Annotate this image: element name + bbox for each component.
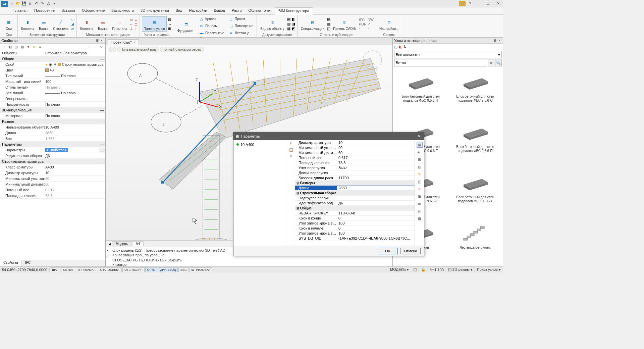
search-input[interactable] xyxy=(394,59,487,66)
extra-icon[interactable]: ▱ xyxy=(71,27,74,31)
open-icon[interactable]: 📂 xyxy=(15,1,21,6)
dialog-titlebar[interactable]: ▦Параметры ✕ xyxy=(233,132,424,140)
tool-icon[interactable]: ◫ xyxy=(13,44,19,50)
tab-prev-icon[interactable]: ◄ xyxy=(108,242,111,246)
dialog-prop-row[interactable]: SYS_DB_UID{1AF7E392-C1D4-4BA6-9850-1CF6B… xyxy=(295,236,415,241)
extra-icon[interactable]: ▭ xyxy=(71,17,74,21)
tool-icon[interactable]: ▤ xyxy=(417,164,423,170)
status-toggle[interactable]: ОТС-ПОЛЯР xyxy=(122,267,145,272)
dialog-prop-row[interactable]: REBAR_SPCKEY11D-0-0-0 xyxy=(295,211,415,216)
extra-icon[interactable]: ◢ xyxy=(71,22,74,26)
status-toggle[interactable]: ВЕС xyxy=(178,267,189,272)
material-value[interactable]: По слою xyxy=(45,114,105,118)
dialog-section[interactable]: ⊟ Строительная сборка xyxy=(295,191,415,196)
dialog-tree[interactable]: ⊕10 А400 xyxy=(233,140,287,246)
transparency-value[interactable]: По слою xyxy=(45,102,105,106)
plate-button[interactable]: ▱Пластина xyxy=(111,17,128,31)
rebarclass-value[interactable]: А400 xyxy=(45,165,105,169)
dialog-prop-row[interactable]: Площадь сечения78.5 xyxy=(295,160,415,165)
extra-icon[interactable]: ⊐ xyxy=(135,22,138,27)
saveall-icon[interactable]: 🗎 xyxy=(28,1,33,6)
status-toggle[interactable]: ОТС-ОБЪЕКТ xyxy=(98,267,121,272)
undo-icon[interactable]: ↶ xyxy=(34,1,39,6)
scale-icon[interactable]: ▫ xyxy=(359,27,366,31)
ifc-icon[interactable]: IFC xyxy=(359,18,366,22)
sort-alpha-icon[interactable]: A↓ xyxy=(417,149,423,155)
sim-icon[interactable]: ↗ xyxy=(368,22,374,26)
steel-beam-button[interactable]: ▬Балка xyxy=(96,17,109,31)
dialog-prop-row[interactable]: Крюк в начале0 xyxy=(295,226,415,231)
tool-icon[interactable]: ✕ xyxy=(417,186,423,192)
opening-button[interactable]: ◻Проем xyxy=(227,15,255,22)
foundation-button[interactable]: ⬒Фундамент xyxy=(176,19,196,33)
btab-properties[interactable]: Свойства xyxy=(0,260,22,266)
print-icon[interactable]: 🖨 xyxy=(46,1,51,6)
specifications-button[interactable]: ▤Спецификации xyxy=(300,17,326,31)
tool-icon[interactable]: ▤ xyxy=(19,44,25,50)
tool-icon[interactable]: ↻ xyxy=(99,44,104,50)
settings-button[interactable]: ⚙Настройки... xyxy=(378,17,400,31)
color-value[interactable]: 40 xyxy=(45,68,105,72)
qat-more-icon[interactable]: ▾ xyxy=(52,1,57,6)
tool-icon[interactable]: ◫ xyxy=(394,45,397,49)
extra-icon[interactable]: ⊏ xyxy=(135,17,138,22)
new-icon[interactable]: ▫ xyxy=(9,1,15,6)
pdf-icon[interactable]: PDF xyxy=(359,22,366,26)
extra-icon[interactable]: ▭ xyxy=(130,17,133,22)
section-general[interactable]: Общие— xyxy=(0,56,105,62)
filter-combo[interactable]: Все элементы▾ xyxy=(394,51,502,58)
tree-node[interactable]: ⊕10 А400 xyxy=(235,142,285,147)
btab-ifc[interactable]: IFC xyxy=(22,260,34,266)
status-toggle[interactable]: оПРИВЯЗКА xyxy=(76,267,98,272)
dialog-prop-row[interactable]: Длина перепуска xyxy=(295,170,415,176)
dialog-prop-row[interactable]: Идентификатор родительск...Д6 xyxy=(295,201,415,206)
catalog-item[interactable]: Блок бетонный для стен подвалов ФБС 9.6.… xyxy=(449,170,502,219)
beam-button[interactable]: ▬Балка xyxy=(37,17,50,31)
objname-value[interactable]: 10 А400 xyxy=(45,125,105,129)
minimize-button[interactable]: ─ xyxy=(473,0,483,7)
catalog-item[interactable]: Блок бетонный для стен подвалов ФБС 9.5.… xyxy=(394,69,447,118)
help-icon[interactable]: ? xyxy=(467,2,473,6)
save-icon[interactable]: 💾 xyxy=(21,1,27,6)
extra-icon[interactable]: ◧ xyxy=(292,17,295,21)
ok-button[interactable]: OK xyxy=(378,248,398,254)
extra-icon[interactable]: ◨ xyxy=(292,22,295,26)
dialog-prop-row[interactable]: Длина2850 xyxy=(295,186,415,191)
tab-constraints[interactable]: Зависимости xyxy=(108,7,137,14)
tab-bim[interactable]: BIM Конструктора xyxy=(275,7,313,15)
extra-icon[interactable]: ⊞ xyxy=(168,27,172,31)
catalog-item[interactable]: Блок бетонный для стен подвалов ФБС 9.6.… xyxy=(449,119,502,168)
extra-icon[interactable]: ⊡ xyxy=(168,17,172,22)
linetype-value[interactable]: ———— По слою xyxy=(45,74,105,78)
object-type[interactable]: Строительная арматура xyxy=(45,51,105,55)
tab-3dtools[interactable]: 3D-инструменты xyxy=(137,7,172,14)
status-toggle[interactable]: ОРТО xyxy=(145,267,158,272)
tool-icon[interactable]: ▦ xyxy=(417,215,423,221)
status-nodes[interactable]: Показ узлов ▾ xyxy=(475,267,503,272)
roof-button[interactable]: △Кровля xyxy=(198,15,226,22)
tool-icon[interactable]: ✎ xyxy=(417,171,423,177)
ltscale-value[interactable]: 100 xyxy=(45,80,105,84)
status-scale[interactable]: *m1:100 xyxy=(428,268,446,272)
column-button[interactable]: ▮Колонна xyxy=(20,17,36,31)
dialog-prop-row[interactable]: Угол загиба крюка в конце180 xyxy=(295,221,415,226)
close-icon[interactable]: × xyxy=(106,248,108,253)
status-lock[interactable]: 🔒 xyxy=(419,267,428,272)
extra-icon[interactable]: ▥ xyxy=(327,22,330,26)
close-button[interactable]: ✕ xyxy=(493,0,503,7)
dialog-prop-row[interactable]: Подгруппа сборки xyxy=(295,196,415,201)
extra-icon[interactable]: ◩ xyxy=(292,27,295,31)
diameter-value[interactable]: 10 xyxy=(45,171,105,175)
sort-categorized-icon[interactable]: ▦ xyxy=(417,142,423,148)
dialog-prop-row[interactable]: Базовая длина расчета пер...11700 xyxy=(295,176,415,181)
tab-build[interactable]: Построение xyxy=(31,7,58,14)
extra-icon[interactable]: ⊥ xyxy=(130,27,133,31)
axes-button[interactable]: ▦Оси xyxy=(2,17,15,31)
dwf-icon[interactable]: ▫ xyxy=(368,27,374,31)
cadlib-panel-button[interactable]: ◫Панель CADlib xyxy=(332,17,357,31)
extra-icon[interactable]: ▤ xyxy=(327,17,330,21)
extra-icon[interactable]: ▦ xyxy=(287,27,290,31)
slab-button[interactable]: ▬Перекрытие xyxy=(198,30,226,36)
model-tab-model[interactable]: Модель xyxy=(112,241,131,246)
close-icon[interactable]: ✕ xyxy=(416,134,422,139)
